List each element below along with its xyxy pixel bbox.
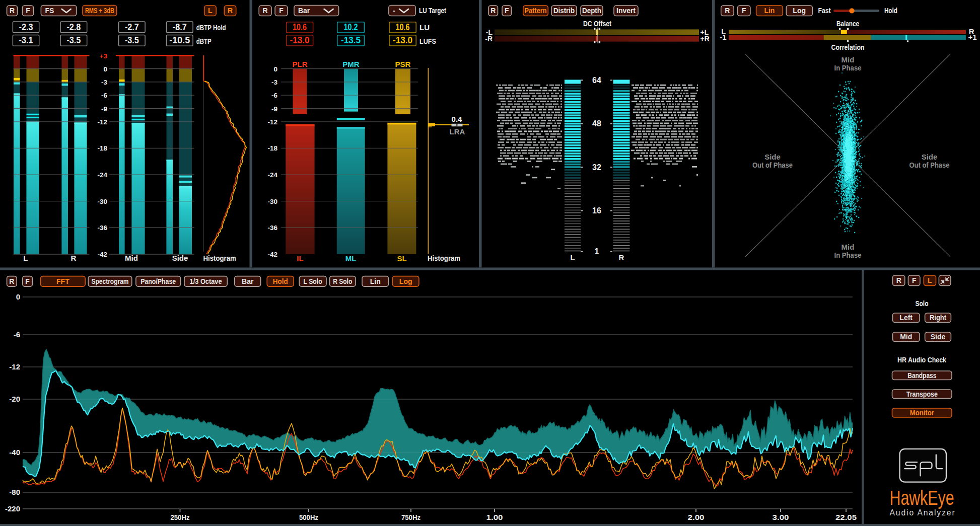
svg-text:LU: LU	[419, 23, 430, 32]
svg-text:0.4: 0.4	[452, 115, 463, 123]
svg-text:-2.3: -2.3	[19, 22, 33, 32]
svg-text:HawkEye: HawkEye	[890, 487, 954, 509]
svg-text:1.00: 1.00	[486, 513, 503, 521]
svg-text:-30: -30	[267, 198, 277, 205]
svg-text:R: R	[10, 7, 15, 15]
svg-text:+1: +1	[968, 33, 977, 41]
svg-text:PSR: PSR	[395, 60, 411, 68]
svg-text:Mid: Mid	[125, 254, 138, 262]
svg-text:10.6: 10.6	[396, 22, 410, 32]
svg-text:Hold: Hold	[273, 277, 288, 285]
svg-text:-10.5: -10.5	[169, 35, 190, 45]
svg-text:-9: -9	[101, 105, 107, 113]
svg-text:L Solo: L Solo	[304, 277, 322, 285]
svg-text:Transpose: Transpose	[906, 390, 938, 398]
svg-text:0: 0	[16, 292, 20, 301]
svg-text:-3: -3	[271, 79, 277, 86]
svg-text:Left: Left	[899, 314, 913, 322]
svg-text:R: R	[228, 7, 233, 15]
svg-text:-9: -9	[271, 105, 277, 113]
svg-text:Lin: Lin	[764, 7, 775, 15]
svg-text:F: F	[25, 277, 30, 285]
svg-text:1/3 Octave: 1/3 Octave	[190, 277, 222, 285]
svg-text:Right: Right	[930, 314, 946, 322]
svg-text:FS: FS	[45, 7, 54, 15]
svg-text:LU Target: LU Target	[419, 6, 446, 15]
svg-text:-12: -12	[9, 362, 20, 371]
svg-text:2.00: 2.00	[688, 513, 705, 521]
svg-text:-24: -24	[267, 171, 277, 179]
svg-text:10.6: 10.6	[293, 22, 307, 32]
svg-text:-20: -20	[9, 395, 20, 403]
svg-text:R: R	[896, 276, 901, 284]
svg-text:Fast: Fast	[818, 7, 831, 15]
svg-text:-3.5: -3.5	[66, 35, 81, 45]
svg-text:Pattern: Pattern	[525, 7, 547, 15]
svg-text:L: L	[208, 7, 213, 15]
svg-text:250Hz: 250Hz	[171, 513, 190, 521]
svg-text:-220: -220	[5, 504, 20, 513]
svg-text:L: L	[23, 254, 28, 262]
svg-text:R: R	[9, 277, 14, 285]
svg-text:-80: -80	[9, 488, 20, 496]
svg-text:ML: ML	[345, 254, 357, 263]
svg-text:0: 0	[103, 65, 107, 73]
svg-text:-18: -18	[97, 144, 107, 152]
svg-text:-36: -36	[267, 224, 277, 232]
svg-text:Bandpass: Bandpass	[907, 371, 936, 380]
svg-text:R: R	[263, 7, 268, 15]
svg-text:DC Offset: DC Offset	[583, 19, 611, 28]
svg-text:dBTP Hold: dBTP Hold	[196, 23, 226, 32]
svg-text:3.00: 3.00	[773, 513, 789, 521]
svg-text:F: F	[912, 276, 917, 284]
svg-text:LUFS: LUFS	[419, 37, 436, 45]
svg-text:-R: -R	[485, 35, 493, 43]
svg-text:PMR: PMR	[342, 60, 360, 68]
svg-text:LRA: LRA	[450, 127, 465, 136]
svg-text:Mid: Mid	[842, 55, 855, 64]
svg-text:-12: -12	[267, 118, 277, 126]
svg-text:Pano/Phase: Pano/Phase	[141, 277, 176, 285]
svg-text:16: 16	[592, 206, 601, 215]
svg-text:HR Audio Check: HR Audio Check	[897, 355, 947, 364]
svg-text:SL: SL	[397, 254, 406, 263]
svg-text:Mid: Mid	[842, 243, 855, 251]
svg-text:-8.7: -8.7	[173, 22, 187, 32]
svg-text:-3.1: -3.1	[19, 35, 33, 45]
svg-text:-2.8: -2.8	[66, 22, 81, 32]
svg-text:FFT: FFT	[56, 277, 69, 285]
svg-text:Side: Side	[931, 333, 946, 341]
svg-text:Histogram: Histogram	[203, 254, 236, 262]
svg-text:Solo: Solo	[916, 299, 929, 308]
svg-text:Lin: Lin	[370, 277, 381, 285]
svg-text:48: 48	[592, 119, 601, 128]
svg-text:-12: -12	[97, 118, 107, 126]
svg-text:F: F	[279, 7, 284, 15]
svg-text:dBTP: dBTP	[196, 37, 212, 45]
svg-text:-6: -6	[14, 330, 20, 339]
svg-text:RMS + 3dB: RMS + 3dB	[85, 7, 114, 15]
svg-text:22.05: 22.05	[835, 513, 857, 521]
svg-text:Balance: Balance	[836, 19, 859, 28]
svg-text:1: 1	[595, 247, 599, 256]
svg-text:Side: Side	[764, 153, 781, 161]
svg-text:L: L	[928, 276, 932, 284]
svg-text:R Solo: R Solo	[333, 277, 352, 285]
svg-text:Audio Analyzer: Audio Analyzer	[890, 508, 956, 517]
svg-text:Out of Phase: Out of Phase	[909, 161, 950, 169]
svg-text:R: R	[491, 7, 496, 15]
svg-text:-6: -6	[271, 92, 277, 99]
svg-text:64: 64	[592, 76, 601, 85]
svg-text:500Hz: 500Hz	[299, 513, 318, 521]
svg-text:-13.5: -13.5	[341, 35, 361, 45]
svg-text:Log: Log	[793, 7, 806, 15]
svg-text:-1: -1	[720, 33, 726, 41]
svg-text:Side: Side	[172, 254, 188, 262]
svg-text:F: F	[742, 7, 746, 15]
svg-text:-18: -18	[267, 144, 277, 152]
svg-text:-2.7: -2.7	[125, 22, 139, 32]
svg-text:-6: -6	[101, 92, 107, 99]
svg-text:Histogram: Histogram	[428, 254, 460, 262]
svg-text:-42: -42	[267, 251, 277, 258]
svg-text:-13.0: -13.0	[290, 35, 310, 45]
